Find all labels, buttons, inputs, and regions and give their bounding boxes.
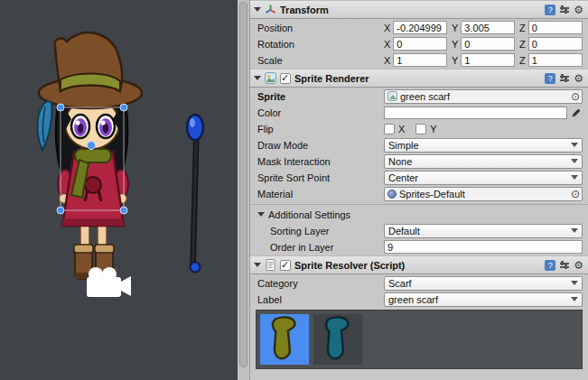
staff-sprite[interactable] <box>187 115 203 273</box>
z-axis-label: Z <box>519 39 526 50</box>
mask-interaction-dropdown[interactable]: None <box>384 154 583 169</box>
label-row: Label green scarf <box>250 292 588 307</box>
flip-y-label: Y <box>430 124 436 134</box>
mask-interaction-row: Mask Interaction None <box>250 153 588 169</box>
flip-row: Flip X Y <box>250 121 588 136</box>
position-z-field[interactable]: 0 <box>528 21 583 34</box>
settings-gear-icon[interactable] <box>574 260 583 271</box>
preset-icon[interactable] <box>559 260 570 271</box>
sorting-layer-label: Sorting Layer <box>257 226 384 236</box>
foldout-arrow-icon[interactable] <box>254 76 261 80</box>
rotation-z-field[interactable]: 0 <box>528 37 583 51</box>
y-axis-label: Y <box>452 55 458 66</box>
settings-gear-icon[interactable] <box>574 5 583 15</box>
camera-gizmo-icon <box>87 267 131 297</box>
position-y-field[interactable]: 3.005 <box>461 21 515 34</box>
position-x-field[interactable]: -0.204999 <box>393 21 447 34</box>
rotation-row: Rotation X0 Y0 Z0 <box>250 36 588 51</box>
component-title: Sprite Resolver (Script) <box>294 260 405 271</box>
color-row: Color <box>250 105 588 120</box>
position-label: Position <box>257 23 384 33</box>
draw-mode-row: Draw Mode Simple <box>250 137 588 153</box>
position-row: Position X-0.204999 Y3.005 Z0 <box>250 20 588 35</box>
transform-icon <box>265 4 276 15</box>
object-picker-icon[interactable] <box>571 189 580 199</box>
inspector-scrollbar[interactable] <box>238 0 250 380</box>
additional-settings-label: Additional Settings <box>268 209 350 220</box>
preset-icon[interactable] <box>559 5 570 15</box>
rotation-x-field[interactable]: 0 <box>393 37 447 51</box>
preset-icon[interactable] <box>559 73 570 84</box>
dropdown-value: green scarf <box>388 294 567 305</box>
component-title: Transform <box>280 5 329 15</box>
category-dropdown[interactable]: Scarf <box>384 276 583 291</box>
sprite-thumbnail[interactable] <box>313 314 362 365</box>
settings-gear-icon[interactable] <box>574 73 583 84</box>
rotation-label: Rotation <box>257 39 384 50</box>
category-label: Category <box>257 278 384 289</box>
transform-header[interactable]: Transform <box>250 0 588 19</box>
draw-mode-label: Draw Mode <box>257 140 384 151</box>
flip-y-checkbox[interactable] <box>415 124 426 134</box>
scene-canvas[interactable] <box>0 0 238 380</box>
label-dropdown[interactable]: green scarf <box>384 292 583 307</box>
flip-label: Flip <box>257 124 384 134</box>
x-axis-label: X <box>384 23 390 33</box>
component-enabled-checkbox[interactable] <box>280 73 291 84</box>
scale-x-field[interactable]: 1 <box>393 53 447 67</box>
foldout-arrow-icon[interactable] <box>257 212 265 217</box>
inspector-panel: Transform Position X-0.204999 Y3.005 Z0 … <box>238 0 588 380</box>
sprite-renderer-header[interactable]: Sprite Renderer <box>250 69 588 88</box>
y-axis-label: Y <box>452 23 458 33</box>
material-row: Material Sprites-Default <box>250 186 588 201</box>
chevron-down-icon <box>571 159 578 163</box>
dropdown-value: Simple <box>388 140 567 151</box>
green-scarf-thumbnail <box>260 314 309 365</box>
foldout-arrow-icon[interactable] <box>254 7 261 12</box>
sprite-sort-point-label: Sprite Sort Point <box>257 172 384 183</box>
sprite-variant-preview <box>256 310 583 369</box>
component-enabled-checkbox[interactable] <box>280 260 291 271</box>
object-picker-icon[interactable] <box>571 91 580 102</box>
flip-x-checkbox[interactable] <box>384 124 395 134</box>
material-label: Material <box>257 189 384 199</box>
character-sprite[interactable] <box>37 32 142 279</box>
dropdown-value: Default <box>388 226 567 236</box>
material-object-name: Sprites-Default <box>399 189 568 199</box>
help-icon[interactable] <box>545 73 555 84</box>
sprite-object-name: green scarf <box>400 91 568 102</box>
scene-view[interactable] <box>0 0 238 380</box>
scale-row: Scale X1 Y1 Z1 <box>250 52 588 68</box>
x-axis-label: X <box>384 39 390 50</box>
help-icon[interactable] <box>545 260 555 271</box>
sprite-icon <box>387 91 397 101</box>
scrollbar-thumb[interactable] <box>239 2 247 367</box>
sorting-layer-dropdown[interactable]: Default <box>384 224 583 238</box>
foldout-arrow-icon[interactable] <box>254 263 261 267</box>
sprite-thumbnail-selected[interactable] <box>260 314 309 365</box>
scale-z-field[interactable]: 1 <box>528 53 583 67</box>
color-swatch-field[interactable] <box>384 107 567 119</box>
chevron-down-icon <box>571 281 578 285</box>
eyedropper-icon[interactable] <box>570 107 583 118</box>
x-axis-label: X <box>384 55 390 66</box>
sprite-resolver-header[interactable]: Sprite Resolver (Script) <box>250 255 588 274</box>
sorting-layer-row: Sorting Layer Default <box>250 223 588 238</box>
order-in-layer-row: Order in Layer 9 <box>250 239 588 255</box>
sprite-sort-point-dropdown[interactable]: Center <box>384 171 583 185</box>
sprite-label: Sprite <box>257 91 384 102</box>
sprite-object-field[interactable]: green scarf <box>384 89 583 104</box>
material-sphere-icon <box>387 190 397 199</box>
rotation-y-field[interactable]: 0 <box>461 37 515 51</box>
help-icon[interactable] <box>545 5 555 15</box>
scale-y-field[interactable]: 1 <box>461 53 515 67</box>
chevron-down-icon <box>571 175 578 180</box>
material-object-field[interactable]: Sprites-Default <box>384 187 583 201</box>
order-in-layer-field[interactable]: 9 <box>384 240 583 254</box>
color-label: Color <box>257 107 384 118</box>
chevron-down-icon <box>571 143 578 147</box>
scale-label: Scale <box>257 55 384 66</box>
blue-scarf-thumbnail <box>313 314 362 365</box>
draw-mode-dropdown[interactable]: Simple <box>384 138 583 153</box>
additional-settings-foldout[interactable]: Additional Settings <box>250 204 588 222</box>
